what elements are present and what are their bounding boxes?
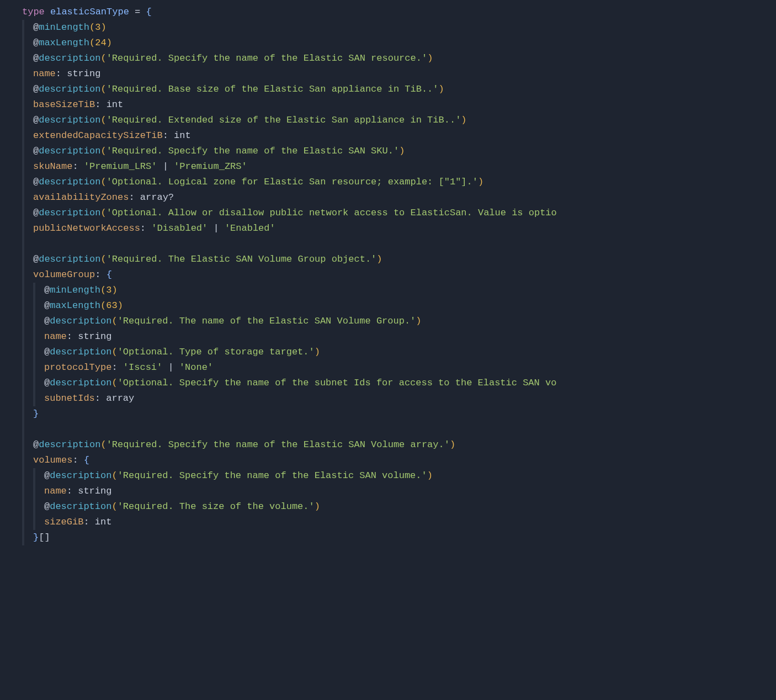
- code-line: sizeGiB: int: [0, 515, 776, 530]
- code-line: @description('Required. The Elastic SAN …: [0, 252, 776, 267]
- at-sign: @: [44, 378, 50, 388]
- brace-open: {: [107, 269, 112, 280]
- string-literal: 'Required. Specify the name of the Elast…: [107, 53, 428, 63]
- string-literal: 'Required. The size of the volume.': [118, 501, 315, 512]
- string-literal: 'Required. Base size of the Elastic San …: [107, 84, 439, 94]
- brace-open: {: [146, 7, 151, 17]
- paren-open: (: [111, 378, 117, 388]
- paren-close: ): [427, 53, 433, 63]
- type-int: int: [107, 99, 124, 110]
- brace-close: }: [33, 409, 39, 419]
- code-line: @maxLength(63): [0, 298, 776, 314]
- paren-close: ): [399, 146, 405, 156]
- string-literal: 'Optional. Logical zone for Elastic San …: [107, 177, 478, 187]
- at-sign: @: [33, 38, 39, 48]
- paren-close: ): [478, 177, 483, 187]
- type-string: string: [78, 486, 111, 496]
- code-line: @maxLength(24): [0, 35, 776, 51]
- paren-close: ): [450, 439, 455, 450]
- string-literal: 'Required. Specify the name of the Elast…: [107, 439, 450, 450]
- at-sign: @: [44, 470, 50, 481]
- number-literal: 3: [106, 285, 111, 295]
- code-line: @description('Required. Specify the name…: [0, 144, 776, 159]
- code-line: @description('Required. The name of the …: [0, 314, 776, 329]
- decorator-description: description: [39, 146, 100, 156]
- property-volumegroup: volumeGroup: [33, 269, 95, 280]
- at-sign: @: [33, 146, 39, 156]
- colon: :: [67, 331, 72, 342]
- colon: :: [129, 192, 134, 203]
- decorator-minlength: minLength: [39, 22, 89, 33]
- at-sign: @: [44, 300, 50, 311]
- property-name: name: [33, 68, 56, 79]
- paren-open: (: [111, 316, 117, 326]
- paren-close: ): [100, 22, 106, 33]
- colon: :: [95, 393, 100, 404]
- at-sign: @: [44, 285, 50, 295]
- paren-close: ): [118, 300, 123, 311]
- at-sign: @: [33, 115, 39, 125]
- array-suffix: []: [39, 532, 50, 543]
- property-skuname: skuName: [33, 161, 72, 172]
- paren-open: (: [100, 115, 106, 125]
- code-line: }: [0, 406, 776, 422]
- type-string: string: [67, 68, 100, 79]
- paren-open: (: [100, 208, 106, 218]
- code-line: @description('Required. Base size of the…: [0, 82, 776, 97]
- property-name: name: [44, 486, 67, 496]
- string-literal: 'Required. The Elastic SAN Volume Group …: [107, 254, 377, 264]
- code-line: availabilityZones: array?: [0, 190, 776, 205]
- colon: :: [140, 223, 146, 234]
- decorator-minlength: minLength: [50, 285, 100, 295]
- code-line: name: string: [0, 484, 776, 499]
- property-availzones: availabilityZones: [33, 192, 129, 203]
- paren-open: (: [111, 501, 117, 512]
- property-extcap: extendedCapacitySizeTiB: [33, 130, 163, 141]
- string-literal: 'Premium_LRS': [84, 161, 157, 172]
- string-literal: 'Enabled': [225, 223, 275, 234]
- string-literal: 'Iscsi': [123, 362, 162, 373]
- type-int: int: [174, 130, 191, 141]
- pipe: |: [168, 362, 173, 373]
- code-line-blank: [0, 422, 776, 437]
- at-sign: @: [44, 501, 50, 512]
- property-volumes: volumes: [33, 455, 72, 465]
- string-literal: 'Optional. Type of storage target.': [118, 347, 315, 357]
- code-line: publicNetworkAccess: 'Disabled' | 'Enabl…: [0, 221, 776, 236]
- type-array: array: [106, 393, 134, 404]
- code-line: @description('Optional. Type of storage …: [0, 344, 776, 360]
- colon: :: [95, 99, 100, 110]
- decorator-description: description: [50, 470, 111, 481]
- brace-open: {: [84, 455, 89, 465]
- paren-close: ): [315, 501, 320, 512]
- code-line: @description('Required. The size of the …: [0, 499, 776, 515]
- decorator-maxlength: maxLength: [39, 38, 89, 48]
- paren-close: ): [439, 84, 444, 94]
- number-literal: 63: [106, 300, 117, 311]
- colon: :: [83, 517, 89, 527]
- number-literal: 3: [95, 22, 100, 33]
- pipe: |: [163, 161, 168, 172]
- paren-open: (: [100, 177, 106, 187]
- at-sign: @: [33, 208, 39, 218]
- question-mark: ?: [168, 192, 174, 203]
- paren-close: ): [427, 470, 433, 481]
- code-line-blank: [0, 236, 776, 252]
- code-editor[interactable]: type elasticSanType = { @minLength(3) @m…: [0, 4, 776, 545]
- keyword-type: type: [22, 7, 45, 17]
- at-sign: @: [44, 347, 50, 357]
- string-literal: 'Required. Specify the name of the Elast…: [107, 146, 400, 156]
- at-sign: @: [44, 316, 50, 326]
- operator-equals: =: [135, 7, 140, 17]
- code-line: @description('Optional. Allow or disallo…: [0, 205, 776, 221]
- number-literal: 24: [95, 38, 106, 48]
- code-line: skuName: 'Premium_LRS' | 'Premium_ZRS': [0, 159, 776, 174]
- decorator-description: description: [50, 378, 111, 388]
- paren-close: ): [315, 347, 320, 357]
- paren-open: (: [100, 84, 106, 94]
- paren-open: (: [111, 470, 117, 481]
- at-sign: @: [33, 439, 39, 450]
- colon: :: [72, 161, 78, 172]
- decorator-description: description: [39, 208, 100, 218]
- paren-close: ): [416, 316, 421, 326]
